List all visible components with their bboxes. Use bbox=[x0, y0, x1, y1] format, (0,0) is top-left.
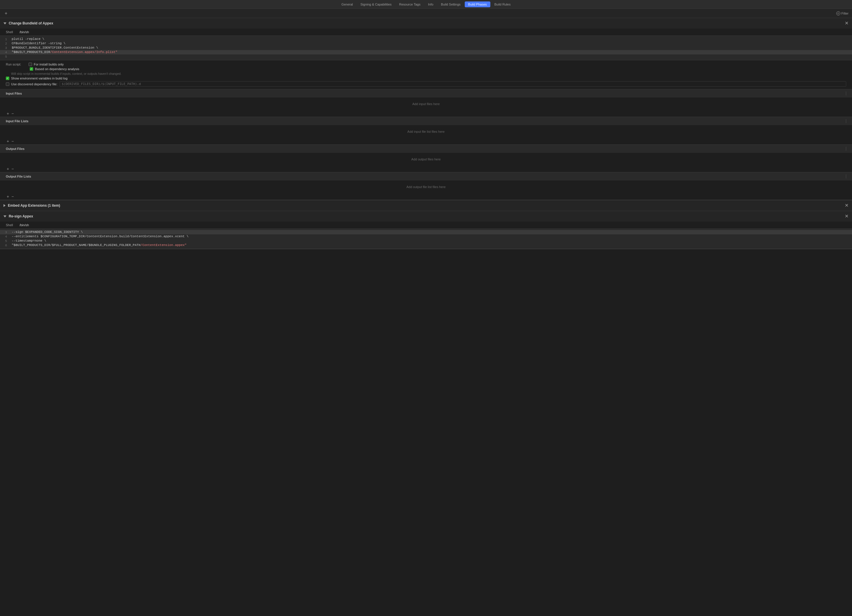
phase3-shell-value: /bin/sh bbox=[20, 223, 29, 227]
phase3-shell-label: Shell bbox=[6, 223, 16, 227]
input-file-lists-body: Add input file list files here bbox=[0, 125, 852, 138]
show-env-item[interactable]: Show environment variables in build log bbox=[6, 77, 68, 80]
filter-button[interactable]: ⊙ Filter bbox=[836, 11, 849, 15]
toolbar-right: ⊙ Filter bbox=[836, 11, 849, 15]
input-file-lists-add-btn[interactable]: + bbox=[6, 139, 10, 143]
line-content-5 bbox=[12, 55, 14, 58]
phase3-code-line-4: 4 --entitlements $CONFIGURATION_TEMP_DIR… bbox=[0, 234, 852, 239]
use-dep-file-item[interactable]: Use discovered dependency file: bbox=[6, 82, 57, 86]
code-line-5: 5 bbox=[0, 54, 852, 59]
phase3-code-line-6: 6 "$BUILT_PRODUCTS_DIR/$FULL_PRODUCT_NAM… bbox=[0, 243, 852, 248]
phase-change-bundleid: Change BundleId of Appex ✕ Shell /bin/sh… bbox=[0, 18, 852, 200]
nav-tab-resource-tags[interactable]: Resource Tags bbox=[396, 2, 424, 7]
phase3-body: Shell /bin/sh 3 --sign $EXPANDED_CODE_SI… bbox=[0, 222, 852, 249]
based-on-dep-item[interactable]: Based on dependency analysis bbox=[30, 67, 79, 71]
phase-embed-app-extensions: Embed App Extensions (1 item) ✕ bbox=[0, 200, 852, 211]
input-files-header[interactable]: Input Files bbox=[0, 89, 852, 98]
line-num-5: 5 bbox=[0, 55, 12, 59]
input-file-lists-header[interactable]: Input File Lists bbox=[0, 117, 852, 125]
output-file-lists-remove-btn[interactable]: − bbox=[11, 195, 15, 199]
for-install-label: For install builds only bbox=[34, 63, 64, 66]
phase3-close-button[interactable]: ✕ bbox=[845, 214, 849, 219]
phase3-line-num-3: 3 bbox=[0, 230, 12, 234]
phase3-line-num-6: 6 bbox=[0, 243, 12, 247]
phase3-code-editor[interactable]: 3 --sign $EXPANDED_CODE_SIGN_IDENTITY \ … bbox=[0, 229, 852, 249]
input-files-btns: + − bbox=[0, 110, 852, 117]
phase1-shell-label: Shell bbox=[6, 30, 16, 34]
phase3-line-content-3: --sign $EXPANDED_CODE_SIGN_IDENTITY \ bbox=[12, 230, 83, 234]
use-dep-file-checkbox[interactable] bbox=[6, 82, 9, 86]
for-install-only-item[interactable]: For install builds only bbox=[29, 63, 64, 66]
main-toolbar: + ⊙ Filter bbox=[0, 9, 852, 18]
phase3-line-num-5: 5 bbox=[0, 239, 12, 243]
based-on-dep-row: Based on dependency analysis bbox=[30, 67, 846, 71]
phase3-line-num-4: 4 bbox=[0, 235, 12, 239]
dep-file-input[interactable] bbox=[60, 81, 846, 87]
phase3-header[interactable]: Re-sign Appex ✕ bbox=[0, 211, 852, 222]
output-files-btns: + − bbox=[0, 166, 852, 172]
show-env-label: Show environment variables in build log bbox=[11, 77, 68, 80]
line-content-4: "$BUILT_PRODUCTS_DIR/ContentExtension.ap… bbox=[12, 50, 117, 54]
phase3-shell-row: Shell /bin/sh bbox=[0, 222, 852, 229]
line-content-2: CFBundleIdentifier -string \ bbox=[12, 42, 65, 45]
phase2-header-left: Embed App Extensions (1 item) bbox=[3, 204, 60, 208]
phase2-collapse-icon bbox=[3, 204, 6, 207]
output-file-lists-placeholder: Add output file list files here bbox=[6, 183, 846, 191]
output-file-lists-header[interactable]: Output File Lists bbox=[0, 172, 852, 181]
dep-note: Will skip script in incremental builds i… bbox=[11, 72, 846, 75]
filter-label: Filter bbox=[841, 12, 849, 15]
phase1-code-editor[interactable]: 1 plutil -replace \ 2 CFBundleIdentifier… bbox=[0, 36, 852, 60]
nav-tab-build-rules[interactable]: Build Rules bbox=[491, 2, 514, 7]
nav-tab-general[interactable]: General bbox=[338, 2, 357, 7]
phase1-shell-row: Shell /bin/sh bbox=[0, 29, 852, 36]
phase1-title: Change BundleId of Appex bbox=[9, 21, 53, 25]
input-files-add-btn[interactable]: + bbox=[6, 112, 10, 116]
phase2-header[interactable]: Embed App Extensions (1 item) ✕ bbox=[0, 200, 852, 211]
based-on-dep-checkbox[interactable] bbox=[30, 67, 33, 71]
input-files-remove-btn[interactable]: − bbox=[11, 112, 15, 116]
nav-tab-build-phases[interactable]: Build Phases bbox=[465, 2, 490, 7]
line-num-2: 2 bbox=[0, 42, 12, 45]
phase1-header[interactable]: Change BundleId of Appex ✕ bbox=[0, 18, 852, 29]
phase3-title: Re-sign Appex bbox=[9, 214, 33, 218]
line-num-4: 4 bbox=[0, 50, 12, 54]
phase2-title: Embed App Extensions (1 item) bbox=[8, 204, 60, 208]
output-files-add-btn[interactable]: + bbox=[6, 167, 10, 171]
toolbar-left: + bbox=[3, 11, 8, 16]
phase3-code-line-5: 5 --timestamp=none \ bbox=[0, 239, 852, 243]
show-env-row: Show environment variables in build log bbox=[6, 77, 846, 80]
phase1-shell-value: /bin/sh bbox=[20, 30, 29, 34]
phase1-collapse-icon bbox=[3, 23, 6, 24]
run-script-row: Run script: For install builds only bbox=[6, 63, 846, 66]
phase1-run-script: Run script: For install builds only Base… bbox=[0, 60, 852, 89]
output-file-lists-add-btn[interactable]: + bbox=[6, 195, 10, 199]
nav-tab-build-settings[interactable]: Build Settings bbox=[437, 2, 464, 7]
for-install-checkbox[interactable] bbox=[29, 63, 32, 66]
code-line-1: 1 plutil -replace \ bbox=[0, 37, 852, 41]
based-on-dep-label: Based on dependency analysis bbox=[35, 67, 79, 71]
nav-tab-info[interactable]: Info bbox=[424, 2, 437, 7]
phase3-code-line-3: 3 --sign $EXPANDED_CODE_SIGN_IDENTITY \ bbox=[0, 230, 852, 234]
code-line-2: 2 CFBundleIdentifier -string \ bbox=[0, 41, 852, 46]
show-env-checkbox[interactable] bbox=[6, 77, 9, 80]
phase-resign-appex: Re-sign Appex ✕ Shell /bin/sh 3 --sign $… bbox=[0, 211, 852, 249]
output-file-lists-title: Output File Lists bbox=[6, 175, 31, 178]
input-files-title: Input Files bbox=[6, 92, 22, 95]
phase3-line-content-4: --entitlements $CONFIGURATION_TEMP_DIR/C… bbox=[12, 235, 189, 238]
add-phase-button[interactable]: + bbox=[3, 11, 8, 16]
nav-tab-signing[interactable]: Signing & Capabilities bbox=[357, 2, 395, 7]
input-file-lists-btns: + − bbox=[0, 138, 852, 144]
run-script-label: Run script: bbox=[6, 63, 26, 66]
code-line-3: 3 $PRODUCT_BUNDLE_IDENTIFIER.ContentExte… bbox=[0, 46, 852, 50]
phase2-close-button[interactable]: ✕ bbox=[845, 203, 849, 208]
phase1-close-button[interactable]: ✕ bbox=[845, 21, 849, 26]
input-file-lists-remove-btn[interactable]: − bbox=[11, 139, 15, 143]
output-files-remove-btn[interactable]: − bbox=[11, 167, 15, 171]
output-files-title: Output Files bbox=[6, 147, 24, 151]
input-files-section: Input Files Add input files here + − bbox=[0, 89, 852, 117]
input-files-body: Add input files here bbox=[0, 98, 852, 110]
line-content-1: plutil -replace \ bbox=[12, 37, 44, 41]
output-files-header[interactable]: Output Files bbox=[0, 145, 852, 153]
phase1-header-left: Change BundleId of Appex bbox=[3, 21, 53, 25]
content-area: Change BundleId of Appex ✕ Shell /bin/sh… bbox=[0, 18, 852, 249]
